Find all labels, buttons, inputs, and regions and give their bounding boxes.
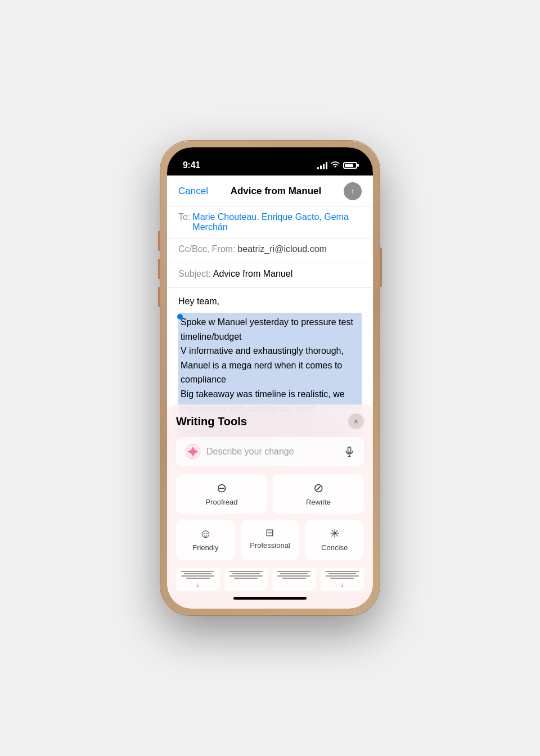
svg-rect-1 [348, 447, 351, 453]
proofread-label: Proofread [205, 498, 237, 506]
concise-icon: ✳ [330, 528, 340, 540]
rewrite-button[interactable]: ⊘ Rewrite [273, 474, 364, 514]
proofread-button[interactable]: ⊖ Proofread [176, 474, 267, 514]
professional-label: Professional [250, 541, 290, 550]
status-bar: 9:41 [167, 147, 373, 176]
mail-fields: To: Marie Chouteau, Enrique Gacto, Gema … [167, 206, 373, 288]
mail-title: Advice from Manuel [231, 186, 322, 197]
close-button[interactable]: × [348, 413, 364, 429]
cursor-start [177, 314, 183, 320]
proofread-icon: ⊖ [217, 482, 227, 494]
apple-intelligence-icon [185, 444, 201, 460]
mail-app: Cancel Advice from Manuel ↑ To: Marie Ch… [167, 176, 373, 609]
keyboard-chip-1[interactable]: ↓ [176, 568, 220, 591]
wifi-icon [331, 161, 340, 170]
rewrite-icon: ⊘ [313, 482, 323, 494]
cancel-button[interactable]: Cancel [178, 186, 208, 197]
ccbcc-label: Cc/Bcc, From: [178, 244, 235, 254]
keyboard-chip-3[interactable] [272, 568, 316, 591]
subject-value: Advice from Manuel [213, 269, 362, 279]
to-recipients: Marie Chouteau, Enrique Gacto, Gema Merc… [192, 212, 362, 232]
mail-header: Cancel Advice from Manuel ↑ [167, 176, 373, 206]
ccbcc-field[interactable]: Cc/Bcc, From: beatriz_ri@icloud.com [167, 238, 373, 263]
to-label: To: [178, 212, 190, 222]
keyboard-chip-2[interactable] [224, 568, 268, 591]
professional-icon: ⊟ [266, 528, 274, 538]
writing-tools-panel: Writing Tools × [167, 404, 373, 609]
subject-label: Subject: [178, 269, 211, 279]
concise-label: Concise [321, 543, 348, 552]
professional-button[interactable]: ⊟ Professional [241, 520, 300, 560]
keyboard-row: ↓ [176, 568, 364, 595]
chip-arrow-4: ↓ [341, 581, 344, 588]
chip-arrow-1: ↓ [196, 581, 200, 588]
tools-row-2: ☺ Friendly ⊟ Professional ✳ Concise [176, 520, 364, 560]
tools-grid: ⊖ Proofread ⊘ Rewrite ☺ [176, 474, 364, 560]
battery-icon [343, 162, 357, 169]
status-icons [317, 161, 357, 170]
body-greeting: Hey team, [178, 295, 362, 308]
status-time: 9:41 [183, 160, 200, 170]
friendly-icon: ☺ [199, 528, 212, 540]
signal-icon [317, 162, 327, 169]
phone-screen: 9:41 [167, 147, 373, 609]
send-button[interactable]: ↑ [344, 182, 362, 200]
friendly-button[interactable]: ☺ Friendly [176, 520, 235, 560]
concise-button[interactable]: ✳ Concise [305, 520, 364, 560]
tools-row-1: ⊖ Proofread ⊘ Rewrite [176, 474, 364, 514]
from-email: beatriz_ri@icloud.com [237, 244, 362, 254]
mic-icon[interactable] [344, 446, 355, 457]
friendly-label: Friendly [192, 543, 218, 552]
writing-tools-header: Writing Tools × [176, 413, 364, 429]
screen-inner: 9:41 [167, 147, 373, 609]
subject-field[interactable]: Subject: Advice from Manuel [167, 263, 373, 288]
rewrite-label: Rewrite [306, 498, 331, 506]
phone-device: 9:41 [160, 141, 380, 615]
to-field[interactable]: To: Marie Chouteau, Enrique Gacto, Gema … [167, 206, 373, 238]
writing-tools-title: Writing Tools [176, 415, 247, 428]
describe-placeholder: Describe your change [206, 447, 338, 457]
home-indicator [233, 597, 307, 600]
describe-input[interactable]: Describe your change [176, 437, 364, 466]
keyboard-chip-4[interactable]: ↓ [321, 568, 364, 591]
